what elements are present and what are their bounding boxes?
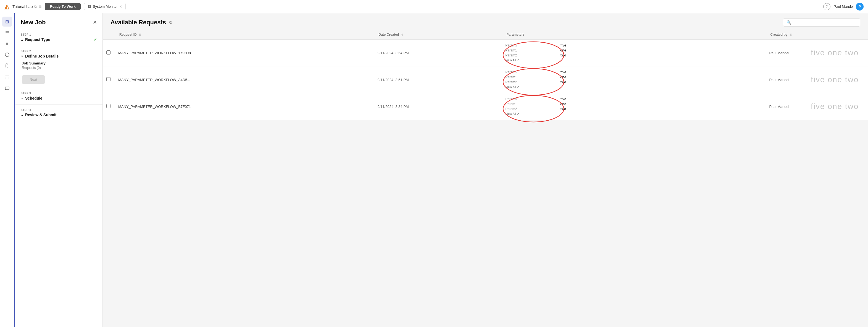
cell-date-created: 9/11/2024, 3:51 PM bbox=[373, 66, 501, 93]
cell-parameters: Param5fiveParam1oneParam2twoView All ↗fi… bbox=[501, 39, 765, 66]
table-header-row: Request ID ⇅ Date Created ⇅ Parameters C… bbox=[103, 30, 868, 39]
rail-item-filter[interactable]: ≡ bbox=[2, 39, 12, 49]
cell-request-id: MANY_PARAMETER_WORKFLOW_B7F071 bbox=[114, 93, 373, 120]
param-name: Param1 bbox=[505, 102, 517, 106]
param-name: Param2 bbox=[505, 53, 517, 57]
rail-item-table[interactable]: ☰ bbox=[2, 28, 12, 37]
step-3-label: STEP 3 bbox=[21, 92, 97, 95]
svg-point-0 bbox=[5, 53, 9, 57]
step-2-content: Job Summary Requests (0) Next bbox=[21, 61, 97, 84]
sort-created-by-icon: ⇅ bbox=[789, 33, 792, 36]
param-row: Param2two bbox=[505, 53, 566, 57]
param-value: one bbox=[560, 48, 566, 52]
param-row: Param2two bbox=[505, 107, 566, 111]
view-all-link[interactable]: View All ↗ bbox=[505, 58, 566, 62]
copy-icon[interactable]: ⧉ bbox=[34, 5, 37, 8]
close-monitor-icon[interactable]: ✕ bbox=[119, 5, 122, 8]
search-icon: 🔍 bbox=[786, 20, 791, 25]
rail-item-gauge[interactable] bbox=[2, 83, 12, 93]
param-row: Param2two bbox=[505, 80, 566, 84]
icon-rail: ⊞ ☰ ≡ ⬚ bbox=[0, 13, 14, 327]
user-menu[interactable]: Paul Mandel P bbox=[834, 3, 864, 10]
col-created-by[interactable]: Created by ⇅ bbox=[765, 30, 868, 39]
sort-request-id-icon: ⇅ bbox=[139, 33, 141, 36]
row-checkbox-input[interactable] bbox=[106, 77, 111, 81]
big-label: five one two bbox=[811, 48, 859, 57]
step-3-chevron-icon: ▲ bbox=[21, 97, 24, 100]
search-box[interactable]: 🔍 bbox=[783, 18, 860, 27]
param-value: one bbox=[560, 102, 566, 106]
refresh-icon[interactable]: ↻ bbox=[169, 20, 173, 25]
logo-icon: ◭ bbox=[4, 3, 9, 10]
cell-parameters: Param5fiveParam1oneParam2twoView All ↗fi… bbox=[501, 93, 765, 120]
step-1-title[interactable]: ▲ Request Type ✓ bbox=[21, 37, 97, 42]
step-2-chevron-icon: ▼ bbox=[21, 55, 24, 58]
rail-item-chip[interactable]: ⬚ bbox=[2, 72, 12, 82]
cell-request-id: MANY_PARAMETER_WORKFLOW_1722D8 bbox=[114, 39, 373, 66]
param-value: five bbox=[560, 44, 566, 47]
requests-table: Request ID ⇅ Date Created ⇅ Parameters C… bbox=[103, 30, 868, 120]
param-name: Param5 bbox=[505, 70, 517, 74]
job-summary-label: Job Summary bbox=[22, 61, 97, 65]
main-layout: ⊞ ☰ ≡ ⬚ New Job ✕ STEP 1 ▲ Reques bbox=[0, 13, 868, 327]
step-1-check-icon: ✓ bbox=[94, 37, 97, 42]
step-2: STEP 2 ▼ Define Job Details Job Summary … bbox=[15, 46, 102, 88]
param-value: two bbox=[560, 53, 566, 57]
requests-count: Requests (0) bbox=[22, 66, 97, 70]
view-all-link[interactable]: View All ↗ bbox=[505, 85, 566, 89]
step-3-title[interactable]: ▲ Schedule bbox=[21, 96, 97, 101]
param-row: Param5five bbox=[505, 70, 566, 74]
param-name: Param2 bbox=[505, 80, 517, 84]
param-row: Param1one bbox=[505, 75, 566, 79]
step-4-chevron-icon: ▲ bbox=[21, 113, 24, 116]
system-monitor-button[interactable]: 🖥 System Monitor ✕ bbox=[84, 3, 126, 10]
sort-date-icon: ⇅ bbox=[401, 33, 403, 36]
topbar-right: ? Paul Mandel P bbox=[823, 3, 864, 10]
sidebar-close-button[interactable]: ✕ bbox=[93, 19, 97, 25]
cell-parameters: Param5fiveParam1oneParam2twoView All ↗fi… bbox=[501, 66, 765, 93]
rail-item-grid[interactable]: ⊞ bbox=[2, 17, 12, 27]
row-checkbox-input[interactable] bbox=[106, 50, 111, 55]
param-value: five bbox=[560, 97, 566, 101]
param-name: Param1 bbox=[505, 75, 517, 79]
cell-request-id: MANY_PARAMETER_WORKFLOW_A4D5... bbox=[114, 66, 373, 93]
cell-date-created: 9/11/2024, 3:54 PM bbox=[373, 39, 501, 66]
next-button[interactable]: Next bbox=[22, 75, 45, 84]
search-input[interactable] bbox=[794, 21, 857, 25]
app-name: Tutorial Lab ⧉ ▤ bbox=[12, 4, 41, 9]
table-row: MANY_PARAMETER_WORKFLOW_1722D89/11/2024,… bbox=[103, 39, 868, 66]
view-all-link[interactable]: View All ↗ bbox=[505, 112, 566, 116]
calendar-icon[interactable]: ▤ bbox=[38, 5, 41, 8]
cell-date-created: 9/11/2024, 3:34 PM bbox=[373, 93, 501, 120]
row-checkbox-input[interactable] bbox=[106, 104, 111, 108]
avatar: P bbox=[856, 3, 864, 10]
step-1: STEP 1 ▲ Request Type ✓ bbox=[15, 29, 102, 46]
rail-item-clip[interactable] bbox=[2, 61, 12, 71]
table-wrapper: Request ID ⇅ Date Created ⇅ Parameters C… bbox=[103, 30, 868, 327]
big-label: five one two bbox=[811, 75, 859, 84]
step-3: STEP 3 ▲ Schedule bbox=[15, 88, 102, 105]
step-4-label: STEP 4 bbox=[21, 108, 97, 111]
param-row: Param5five bbox=[505, 97, 566, 101]
param-value: five bbox=[560, 70, 566, 74]
col-request-id[interactable]: Request ID ⇅ bbox=[114, 30, 373, 39]
col-date-created[interactable]: Date Created ⇅ bbox=[373, 30, 501, 39]
help-button[interactable]: ? bbox=[823, 3, 830, 10]
step-2-title[interactable]: ▼ Define Job Details bbox=[21, 54, 97, 58]
param-value: one bbox=[560, 75, 566, 79]
monitor-icon: 🖥 bbox=[88, 4, 91, 8]
step-4-title[interactable]: ▲ Review & Submit bbox=[21, 113, 97, 117]
param-name: Param1 bbox=[505, 48, 517, 52]
step-1-chevron-icon: ▲ bbox=[21, 38, 24, 41]
param-name: Param5 bbox=[505, 44, 517, 47]
ready-to-work-button[interactable]: Ready To Work bbox=[45, 3, 81, 10]
table-row: MANY_PARAMETER_WORKFLOW_A4D5...9/11/2024… bbox=[103, 66, 868, 93]
row-checkbox-cell bbox=[103, 93, 114, 120]
param-row: Param1one bbox=[505, 48, 566, 52]
content-header: Available Requests ↻ 🔍 bbox=[103, 13, 868, 30]
rail-item-pin[interactable] bbox=[2, 50, 12, 60]
param-value: two bbox=[560, 107, 566, 111]
row-checkbox-cell bbox=[103, 66, 114, 93]
param-row: Param5five bbox=[505, 44, 566, 47]
table-row: MANY_PARAMETER_WORKFLOW_B7F0719/11/2024,… bbox=[103, 93, 868, 120]
